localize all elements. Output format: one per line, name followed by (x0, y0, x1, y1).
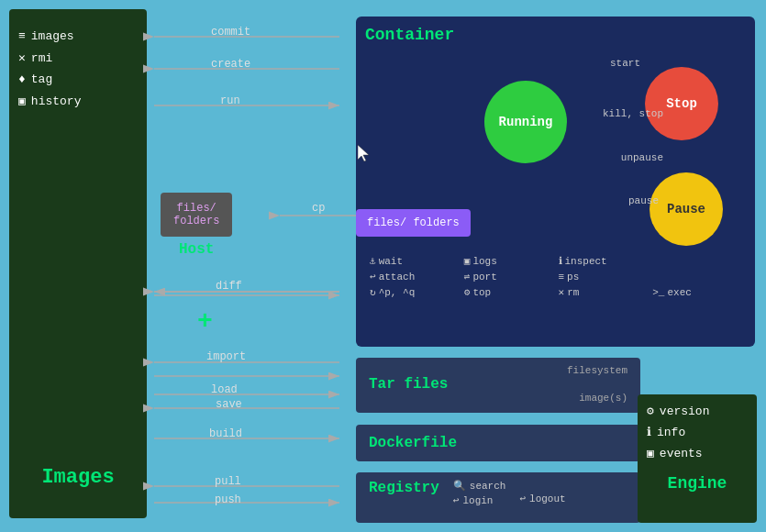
events-icon: ▣ (647, 446, 654, 460)
history-label: history (31, 94, 82, 108)
cmd-logout[interactable]: ↩ logout (519, 493, 565, 504)
search-icon: 🔍 (453, 480, 466, 492)
engine-title: Engine (647, 474, 748, 493)
pull-label: pull (215, 475, 241, 488)
load-label: load (211, 383, 238, 396)
running-node: Running (484, 81, 567, 163)
pause-node: Pause (649, 172, 723, 246)
start-transition-label: start (610, 58, 640, 69)
ps-icon: ≡ (559, 272, 565, 283)
images-menu-item-tag[interactable]: ♦ tag (18, 72, 138, 86)
images-title: Images (18, 466, 138, 507)
cmd-top[interactable]: ⚙ top (464, 286, 553, 298)
cmd-rm[interactable]: ✕ rm (559, 286, 648, 298)
cmd-ps[interactable]: ≡ ps (559, 271, 648, 283)
dockerfile-box: Dockerfile (356, 425, 640, 461)
logs-icon: ▣ (464, 255, 471, 267)
container-title: Container (365, 26, 746, 44)
attach-icon: ↩ (370, 271, 376, 283)
rmi-icon: ✕ (18, 50, 26, 65)
engine-menu-item-info[interactable]: ℹ info (647, 425, 748, 439)
container-commands-grid: ⚓ wait ▣ logs ℹ inspect ↩ attach ⇌ port … (365, 255, 746, 298)
engine-panel: ⚙ version ℹ info ▣ events Engine (638, 394, 757, 523)
tag-icon: ♦ (18, 72, 26, 86)
tag-label: tag (31, 72, 52, 86)
version-gear-icon: ⚙ (647, 404, 654, 418)
cp-label: cp (312, 202, 325, 215)
logout-icon: ↩ (519, 493, 526, 504)
history-icon: ▣ (18, 94, 26, 108)
host-area: files/folders Host (161, 193, 232, 258)
cmd-wait[interactable]: ⚓ wait (370, 255, 459, 267)
svg-marker-14 (358, 145, 369, 161)
wait-icon: ⚓ (370, 255, 376, 267)
rmi-label: rmi (31, 51, 52, 65)
top-icon: ⚙ (464, 286, 471, 298)
cmd-login[interactable]: ↩ login (453, 494, 506, 506)
cmd-inspect[interactable]: ℹ inspect (559, 255, 648, 267)
tar-title: Tar files (369, 376, 627, 393)
main-wrapper: ≡ images ✕ rmi ♦ tag ▣ history Images (0, 0, 766, 532)
tar-images: image(s) (369, 393, 627, 404)
cursor-icon (358, 145, 371, 166)
container-files-box: files/ folders (356, 209, 471, 237)
engine-menu-item-events[interactable]: ▣ events (647, 446, 748, 460)
registry-title: Registry (369, 480, 439, 496)
ctrl-pq-icon: ↻ (370, 286, 376, 298)
import-label: import (206, 350, 246, 363)
port-icon: ⇌ (464, 271, 471, 283)
commit-label: commit (211, 26, 250, 39)
cmd-attach[interactable]: ↩ attach (370, 271, 459, 283)
login-icon: ↩ (453, 494, 460, 506)
info-icon: ℹ (647, 425, 651, 439)
cmd-exec[interactable]: >_ exec (652, 286, 741, 298)
host-files-box: files/folders (161, 193, 232, 237)
pause-transition-label: pause (628, 195, 659, 206)
images-list-icon: ≡ (18, 29, 26, 43)
container-box: Container Running Stop Pause start kill,… (356, 17, 755, 347)
stop-node: Stop (645, 67, 718, 140)
registry-box: Registry 🔍 search ↩ login ↩ logout (356, 472, 640, 523)
images-label: images (31, 29, 74, 43)
diff-label: diff (216, 280, 242, 293)
host-label: Host (161, 241, 232, 258)
kill-stop-transition-label: kill, stop (603, 108, 663, 119)
dockerfile-title: Dockerfile (369, 435, 457, 451)
images-menu-item-history[interactable]: ▣ history (18, 94, 138, 108)
tar-files-box: filesystem Tar files image(s) (356, 358, 640, 413)
cmd-port[interactable]: ⇌ port (464, 271, 553, 283)
engine-menu: ⚙ version ℹ info ▣ events (647, 404, 748, 460)
rm-icon: ✕ (559, 286, 565, 298)
cmd-logs[interactable]: ▣ logs (464, 255, 553, 267)
engine-menu-item-version[interactable]: ⚙ version (647, 404, 748, 418)
save-label: save (216, 398, 242, 411)
create-label: create (211, 58, 250, 71)
cmd-pause-ctrl[interactable]: ↻ ^p, ^q (370, 286, 459, 298)
exec-icon: >_ (652, 287, 664, 298)
images-sidebar: ≡ images ✕ rmi ♦ tag ▣ history Images (9, 9, 147, 518)
images-menu: ≡ images ✕ rmi ♦ tag ▣ history (18, 29, 138, 108)
images-menu-item-rmi[interactable]: ✕ rmi (18, 50, 138, 65)
push-label: push (215, 493, 241, 506)
run-label: run (220, 94, 240, 107)
unpause-transition-label: unpause (621, 152, 663, 163)
cmd-search[interactable]: 🔍 search (453, 480, 506, 492)
tar-filesystem: filesystem (369, 365, 627, 376)
build-label: build (209, 427, 242, 440)
images-menu-item-images[interactable]: ≡ images (18, 29, 138, 43)
inspect-icon: ℹ (559, 255, 562, 267)
plus-sign: + (197, 307, 213, 336)
